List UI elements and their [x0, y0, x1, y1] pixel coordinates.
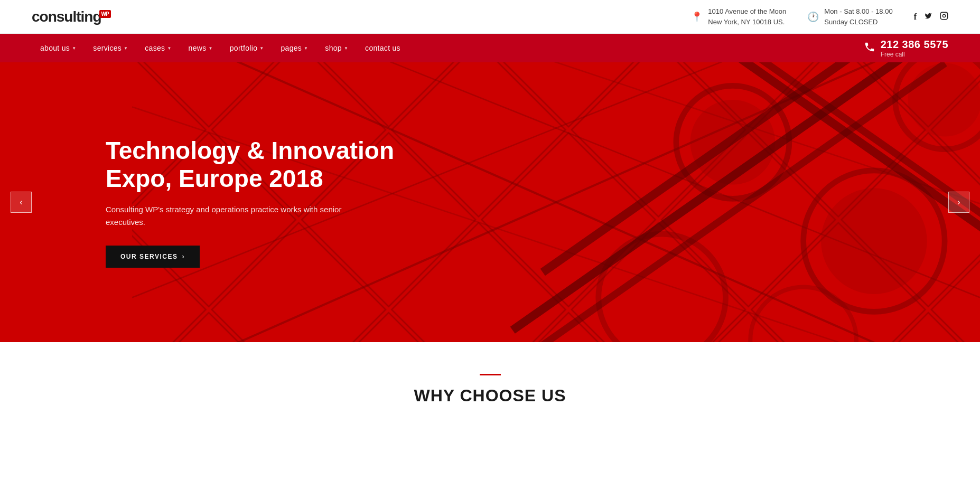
nav-bar: about us ▼ services ▼ cases ▼ news ▼ por [0, 34, 980, 62]
hero-content: Technology & Innovation Expo, Europe 201… [106, 137, 423, 268]
nav-link-pages[interactable]: pages ▼ [272, 34, 316, 62]
slider-next-icon: › [957, 197, 960, 207]
hero-cta-arrow: › [182, 253, 185, 260]
logo-wp-badge: WP [99, 10, 111, 18]
slider-next-button[interactable]: › [948, 192, 969, 213]
slider-prev-button[interactable]: ‹ [11, 192, 32, 213]
nav-item-shop[interactable]: shop ▼ [316, 34, 357, 62]
address-info: 📍 1010 Avenue of the Moon New York, NY 1… [691, 6, 786, 27]
nav-link-services[interactable]: services ▼ [85, 34, 136, 62]
nav-link-portfolio[interactable]: portfolio ▼ [221, 34, 273, 62]
nav-links: about us ▼ services ▼ cases ▼ news ▼ por [32, 34, 409, 62]
phone-number: 212 386 5575 [881, 39, 948, 51]
nav-arrow-news: ▼ [209, 46, 213, 51]
social-icons: f [914, 12, 948, 22]
hero-section: Technology & Innovation Expo, Europe 201… [0, 62, 980, 342]
svg-point-16 [821, 188, 927, 294]
phone-icon [864, 41, 875, 55]
nav-arrow-about: ▼ [72, 46, 76, 51]
nav-item-news[interactable]: news ▼ [180, 34, 221, 62]
location-icon: 📍 [691, 11, 703, 23]
svg-point-17 [908, 63, 980, 137]
why-title: WHY CHOOSE US [32, 386, 948, 406]
nav-arrow-cases: ▼ [167, 46, 171, 51]
nav-link-news[interactable]: news ▼ [180, 34, 221, 62]
hero-subtitle: Consulting WP's strategy and operations … [106, 203, 359, 229]
nav-link-about[interactable]: about us ▼ [32, 34, 85, 62]
svg-rect-0 [940, 12, 947, 19]
nav-phone: 212 386 5575 Free call [864, 39, 948, 58]
nav-arrow-shop: ▼ [344, 46, 348, 51]
nav-link-contact[interactable]: contact us [357, 34, 409, 62]
nav-link-cases[interactable]: cases ▼ [136, 34, 180, 62]
nav-item-services[interactable]: services ▼ [85, 34, 136, 62]
hero-title: Technology & Innovation Expo, Europe 201… [106, 137, 423, 193]
hours-line2: Sunday CLOSED [824, 17, 892, 27]
hero-cta-label: OUR SERVICES [120, 253, 178, 260]
address-text: 1010 Avenue of the Moon New York, NY 100… [708, 6, 786, 27]
address-line2: New York, NY 10018 US. [708, 17, 786, 27]
address-line1: 1010 Avenue of the Moon [708, 6, 786, 17]
why-divider [480, 374, 501, 375]
hours-line1: Mon - Sat 8.00 - 18.00 [824, 6, 892, 17]
logo-text: consultingWP [32, 8, 111, 25]
hours-info: 🕐 Mon - Sat 8.00 - 18.00 Sunday CLOSED [807, 6, 892, 27]
nav-arrow-services: ▼ [124, 46, 128, 51]
slider-prev-icon: ‹ [20, 197, 22, 207]
nav-item-about[interactable]: about us ▼ [32, 34, 85, 62]
top-bar-info: 📍 1010 Avenue of the Moon New York, NY 1… [691, 6, 948, 27]
hours-text: Mon - Sat 8.00 - 18.00 Sunday CLOSED [824, 6, 892, 27]
nav-item-contact[interactable]: contact us [357, 34, 409, 62]
phone-label: Free call [881, 51, 948, 58]
nav-arrow-pages: ▼ [304, 46, 308, 51]
nav-item-cases[interactable]: cases ▼ [136, 34, 180, 62]
top-bar: consultingWP 📍 1010 Avenue of the Moon N… [0, 0, 980, 34]
instagram-icon[interactable] [940, 12, 948, 22]
twitter-icon[interactable] [924, 12, 932, 22]
nav-item-pages[interactable]: pages ▼ [272, 34, 316, 62]
facebook-icon[interactable]: f [914, 12, 917, 22]
why-section: WHY CHOOSE US [0, 342, 980, 427]
nav-arrow-portfolio: ▼ [259, 46, 264, 51]
logo[interactable]: consultingWP [32, 8, 111, 25]
hero-cta-button[interactable]: OUR SERVICES › [106, 246, 200, 268]
nav-item-portfolio[interactable]: portfolio ▼ [221, 34, 273, 62]
clock-icon: 🕐 [807, 11, 819, 23]
nav-link-shop[interactable]: shop ▼ [316, 34, 357, 62]
